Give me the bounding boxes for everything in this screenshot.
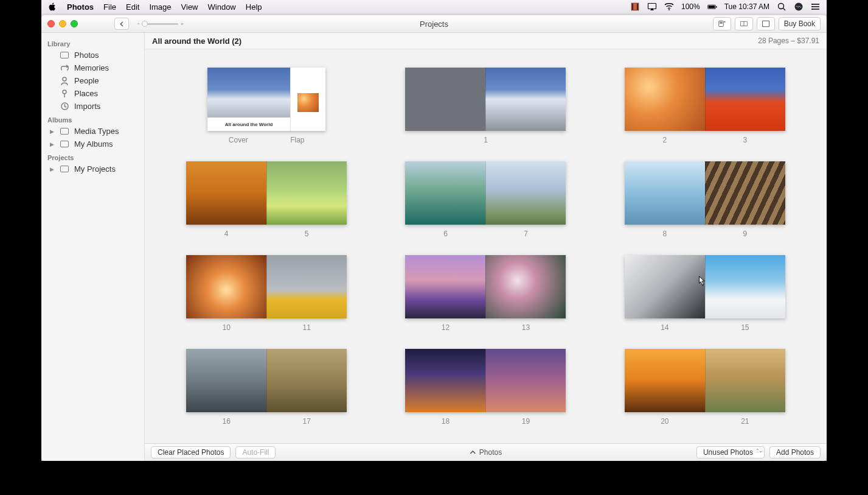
add-photos-button[interactable]: Add Photos: [769, 446, 821, 458]
svg-rect-6: [708, 5, 715, 8]
buy-book-button[interactable]: Buy Book: [779, 17, 821, 30]
square-icon: [60, 52, 69, 58]
spread-pages: [625, 161, 785, 225]
spotlight-icon[interactable]: [777, 2, 786, 12]
left-page[interactable]: [405, 68, 485, 131]
page-view-button[interactable]: [757, 17, 775, 30]
apple-menu-icon[interactable]: [47, 2, 57, 12]
window-minimize-button[interactable]: [59, 20, 66, 27]
project-header: All around the World (2) 28 Pages – $37.…: [145, 33, 827, 49]
sidebar-item-places[interactable]: Places: [41, 87, 144, 100]
page-label: Cover: [229, 136, 248, 144]
menu-view[interactable]: View: [181, 2, 198, 12]
photos-drawer-toggle[interactable]: Photos: [470, 448, 502, 457]
menu-help[interactable]: Help: [246, 2, 262, 12]
menu-edit[interactable]: Edit: [126, 2, 139, 12]
right-page[interactable]: [705, 161, 785, 225]
auto-fill-button[interactable]: Auto-Fill: [235, 446, 276, 458]
page-label: 1: [484, 136, 488, 144]
battery-icon[interactable]: [707, 2, 717, 12]
spread-labels: 67: [405, 230, 566, 238]
spread-pages: [405, 68, 566, 131]
square-icon: [60, 166, 69, 172]
left-page[interactable]: [405, 349, 485, 412]
right-page[interactable]: [705, 68, 785, 131]
menu-image[interactable]: Image: [149, 2, 171, 12]
chevron-up-icon: [470, 448, 476, 457]
book-spread[interactable]: 1617: [169, 349, 364, 426]
book-spread[interactable]: 23: [608, 68, 802, 144]
photo-filter-select[interactable]: Unused Photos: [696, 446, 765, 458]
sidebar-item-label: My Projects: [74, 164, 116, 174]
add-photos-label: Add Photos: [776, 448, 814, 457]
right-page[interactable]: [705, 349, 785, 412]
book-spread[interactable]: All around the WorldCoverFlap: [169, 68, 364, 144]
airplay-icon[interactable]: [647, 2, 657, 12]
menu-window[interactable]: Window: [208, 2, 236, 12]
wifi-icon[interactable]: [664, 2, 674, 12]
menu-file[interactable]: File: [103, 2, 116, 12]
book-spread[interactable]: 1011: [169, 255, 364, 332]
sidebar-item-my-projects[interactable]: ▶My Projects: [41, 163, 144, 175]
sidebar-item-label: People: [74, 76, 99, 85]
disclosure-triangle-icon[interactable]: ▶: [50, 166, 55, 172]
buy-book-label: Buy Book: [784, 19, 815, 28]
left-page[interactable]: [405, 161, 485, 225]
zoom-slider[interactable]: ▫ ▫: [137, 19, 183, 28]
layout-options-button[interactable]: [713, 17, 731, 30]
auto-fill-label: Auto-Fill: [242, 448, 269, 457]
book-spread[interactable]: 67: [388, 161, 583, 238]
spread-labels: 2021: [625, 417, 785, 426]
book-spread[interactable]: 1819: [388, 349, 583, 426]
right-page[interactable]: [485, 68, 566, 131]
siri-icon[interactable]: [794, 2, 804, 12]
window-close-button[interactable]: [47, 20, 55, 27]
book-spread[interactable]: 89: [608, 161, 802, 238]
right-page[interactable]: [266, 349, 347, 412]
menubar-clock[interactable]: Tue 10:37 AM: [724, 2, 769, 11]
right-page[interactable]: [705, 255, 785, 318]
clear-placed-photos-button[interactable]: Clear Placed Photos: [151, 446, 231, 458]
left-page[interactable]: [625, 161, 705, 225]
book-spread[interactable]: 2021: [608, 349, 802, 426]
book-spread[interactable]: 1415: [608, 255, 802, 332]
sidebar-item-photos[interactable]: Photos: [41, 49, 144, 61]
right-page[interactable]: [266, 255, 347, 318]
disclosure-triangle-icon[interactable]: ▶: [50, 141, 55, 147]
left-page[interactable]: [186, 349, 266, 412]
right-page[interactable]: [266, 161, 347, 225]
page-label: 2: [662, 136, 667, 144]
book-spread[interactable]: 1: [388, 68, 583, 144]
book-spread[interactable]: 45: [169, 161, 364, 238]
menubar-extra-icon[interactable]: [630, 2, 640, 12]
disclosure-triangle-icon[interactable]: ▶: [50, 128, 55, 135]
cover-page[interactable]: All around the World: [207, 68, 290, 131]
page-label: 14: [661, 323, 668, 332]
right-page[interactable]: [485, 349, 566, 412]
spread-grid-scroll[interactable]: All around the WorldCoverFlap12345678910…: [145, 49, 827, 443]
book-spread[interactable]: 1213: [388, 255, 583, 332]
window-zoom-button[interactable]: [71, 20, 78, 27]
sidebar-item-media-types[interactable]: ▶Media Types: [41, 125, 144, 138]
sidebar-item-memories[interactable]: Memories: [41, 61, 144, 74]
left-page[interactable]: [186, 255, 266, 318]
left-page[interactable]: [625, 349, 705, 412]
sidebar-item-imports[interactable]: Imports: [41, 100, 144, 113]
left-page[interactable]: [625, 68, 705, 131]
app-menu[interactable]: Photos: [67, 2, 94, 12]
sidebar-item-my-albums[interactable]: ▶My Albums: [41, 138, 144, 150]
left-page[interactable]: [405, 255, 485, 318]
back-button[interactable]: [114, 18, 129, 30]
flap-page[interactable]: [290, 68, 325, 131]
sidebar-item-label: Media Types: [74, 127, 119, 136]
right-page[interactable]: [485, 255, 566, 318]
right-page[interactable]: [485, 161, 566, 225]
spread-view-button[interactable]: [735, 17, 753, 30]
left-page[interactable]: [625, 255, 705, 318]
loop-icon: [60, 65, 69, 72]
sidebar: LibraryPhotosMemoriesPeoplePlacesImports…: [41, 33, 145, 461]
notification-center-icon[interactable]: [811, 2, 821, 12]
left-page[interactable]: [186, 161, 266, 225]
page-label: 17: [302, 417, 310, 426]
sidebar-item-people[interactable]: People: [41, 74, 144, 87]
